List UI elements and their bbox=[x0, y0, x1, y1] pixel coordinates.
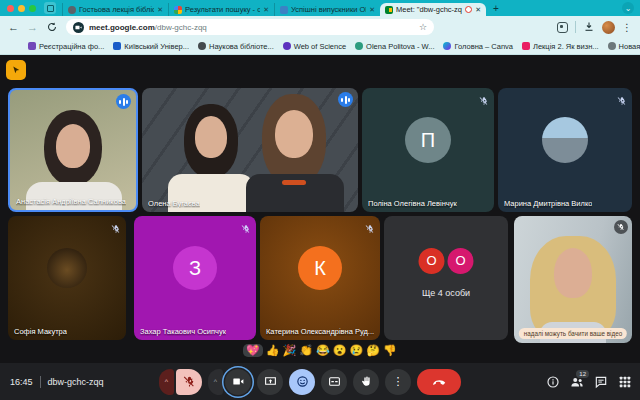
tab-strip: Гостьова лекція бібліотекар ✕ Результати… bbox=[0, 0, 640, 16]
video-tile-olena[interactable]: Олена Бугаєва bbox=[142, 88, 358, 212]
mic-button-muted[interactable] bbox=[176, 369, 202, 395]
present-button[interactable] bbox=[257, 369, 283, 395]
camera-button[interactable] bbox=[225, 369, 251, 395]
reactions-button[interactable] bbox=[289, 369, 315, 395]
avatar bbox=[47, 248, 87, 288]
reaction-laugh[interactable]: 😂 bbox=[316, 345, 330, 356]
bookmark-science-library[interactable]: Наукова бібліоте... bbox=[198, 42, 274, 51]
reaction-party[interactable]: 🎉 bbox=[282, 345, 296, 356]
back-button[interactable]: ← bbox=[8, 22, 19, 33]
reaction-thumbs-up[interactable]: 👍 bbox=[266, 345, 280, 356]
tab-title: Успішні випускники ОП "Інф bbox=[291, 5, 366, 14]
tab-meet-active[interactable]: Meet: "dbw-gchc-zqq" ✕ bbox=[380, 3, 486, 16]
video-tile-anastasiia[interactable]: Анастасія Андріївна Салникова bbox=[8, 88, 138, 212]
close-icon[interactable]: ✕ bbox=[369, 6, 375, 14]
browser-window: Гостьова лекція бібліотекар ✕ Результати… bbox=[0, 0, 640, 400]
tile-maryna[interactable]: Марина Дмитрівна Вилко bbox=[498, 88, 632, 212]
meet-control-bar: 16:45 dbw-gchc-zqq ^ ^ ⋮ 12 bbox=[0, 363, 640, 400]
tab-lecture[interactable]: Гостьова лекція бібліотекар ✕ bbox=[62, 3, 168, 16]
raise-hand-button[interactable] bbox=[353, 369, 379, 395]
meeting-info: 16:45 dbw-gchc-zqq bbox=[10, 363, 104, 400]
bookmark-star-icon[interactable]: ☆ bbox=[419, 22, 427, 32]
new-tab-button[interactable]: + bbox=[486, 3, 506, 16]
participants-button[interactable]: 12 bbox=[570, 375, 584, 389]
bookmark-lecture-2[interactable]: Лекція 2. Як визн... bbox=[522, 42, 599, 51]
camera-in-use-icon[interactable] bbox=[73, 22, 84, 33]
bookmark-label: Olena Politova - W... bbox=[366, 42, 434, 51]
chevron-down-icon[interactable]: ⌄ bbox=[622, 2, 634, 14]
captions-button[interactable] bbox=[321, 369, 347, 395]
reaction-clap[interactable]: 👏 bbox=[299, 345, 313, 356]
self-view-tile[interactable]: надалі можуть бачити ваше відео bbox=[514, 216, 632, 343]
reaction-heart[interactable]: 💖 bbox=[243, 344, 263, 357]
avatar-initial: О bbox=[419, 248, 445, 274]
close-window-button[interactable] bbox=[7, 5, 14, 12]
panel-buttons: 12 bbox=[546, 363, 632, 400]
forms-icon bbox=[28, 42, 36, 50]
bookmark-new-tab[interactable]: Новая вкладка bbox=[608, 42, 640, 51]
participant-name: Марина Дмитрівна Вилко bbox=[504, 199, 592, 208]
url-path: /dbw-gchc-zqq bbox=[155, 23, 207, 32]
browser-toolbar: ← → meet.google.com/dbw-gchc-zqq ☆ ⋮ bbox=[0, 16, 640, 38]
call-controls: ^ ^ ⋮ bbox=[159, 363, 461, 400]
tile-sofiia[interactable]: Софія Макутра bbox=[8, 216, 126, 340]
window-controls bbox=[0, 0, 42, 16]
forward-button[interactable]: → bbox=[27, 22, 38, 33]
tab-graduates[interactable]: Успішні випускники ОП "Інф ✕ bbox=[274, 3, 380, 16]
avatar-initial: П bbox=[405, 117, 451, 163]
profile-avatar[interactable] bbox=[602, 21, 615, 34]
participant-name: Олена Бугаєва bbox=[148, 199, 200, 208]
bookmark-kyiv-university[interactable]: Київський Універ... bbox=[113, 42, 189, 51]
mic-off-icon bbox=[365, 220, 375, 230]
bookmark-label: Наукова бібліоте... bbox=[209, 42, 274, 51]
canva-icon bbox=[443, 42, 451, 50]
tile-zakhar[interactable]: З Захар Такаович Осипчук bbox=[134, 216, 256, 340]
activities-button[interactable] bbox=[618, 375, 632, 389]
maximize-window-button[interactable] bbox=[29, 5, 36, 12]
participant-name: Анастасія Андріївна Салникова bbox=[16, 197, 126, 206]
apps-grid-icon[interactable] bbox=[8, 42, 10, 51]
chat-button[interactable] bbox=[594, 375, 608, 389]
bookmarks-bar: Реєстраційна фо... Київський Універ... Н… bbox=[0, 38, 640, 55]
reaction-thumbs-down[interactable]: 👎 bbox=[383, 345, 397, 356]
more-people-label: Ще 4 особи bbox=[384, 288, 508, 298]
reaction-surprised[interactable]: 😮 bbox=[333, 345, 347, 356]
tile-kateryna[interactable]: К Катерина Олександрівна Руд... bbox=[260, 216, 380, 340]
more-options-button[interactable]: ⋮ bbox=[385, 369, 411, 395]
meeting-code-label: dbw-gchc-zqq bbox=[48, 377, 104, 387]
tab-search-results[interactable]: Результати пошуку - o.polit ✕ bbox=[168, 3, 274, 16]
bookmark-canva[interactable]: Головна – Canva bbox=[443, 42, 513, 51]
tile-more-people[interactable]: О О Ще 4 особи bbox=[384, 216, 508, 340]
avatar-initial: О bbox=[448, 248, 474, 274]
close-icon[interactable]: ✕ bbox=[263, 6, 269, 14]
bookmark-label: Новая вкладка bbox=[619, 42, 640, 51]
google-favicon bbox=[174, 6, 182, 14]
avatar bbox=[542, 117, 588, 163]
tab-search-icon[interactable] bbox=[557, 22, 568, 33]
mic-options-chevron[interactable]: ^ bbox=[159, 369, 174, 395]
downloads-button[interactable] bbox=[583, 21, 595, 33]
bookmark-olena-politova[interactable]: Olena Politova - W... bbox=[355, 42, 434, 51]
address-bar[interactable]: meet.google.com/dbw-gchc-zqq ☆ bbox=[66, 19, 434, 35]
close-icon[interactable]: ✕ bbox=[475, 6, 481, 14]
slides-icon bbox=[522, 42, 530, 50]
end-call-button[interactable] bbox=[417, 369, 461, 395]
meet-favicon bbox=[385, 6, 393, 14]
browser-menu-button[interactable]: ⋮ bbox=[622, 22, 632, 33]
meet-main-area: Анастасія Андріївна Салникова Олена Буга… bbox=[0, 55, 640, 400]
bookmark-label: Web of Science bbox=[294, 42, 346, 51]
clock-label: 16:45 bbox=[10, 377, 33, 387]
bookmark-web-of-science[interactable]: Web of Science bbox=[283, 42, 346, 51]
profile-icon bbox=[355, 42, 363, 50]
camera-options-chevron[interactable]: ^ bbox=[208, 369, 223, 395]
meeting-details-button[interactable] bbox=[546, 375, 560, 389]
bookmark-registration-form[interactable]: Реєстраційна фо... bbox=[28, 42, 104, 51]
reaction-cry[interactable]: 😢 bbox=[349, 345, 363, 356]
reload-button[interactable] bbox=[46, 21, 58, 33]
extension-pointer-badge[interactable] bbox=[6, 60, 26, 80]
minimize-window-button[interactable] bbox=[18, 5, 25, 12]
tile-polina[interactable]: П Поліна Олегівна Левінчук bbox=[362, 88, 494, 212]
tab-overview-button[interactable] bbox=[44, 2, 56, 14]
close-icon[interactable]: ✕ bbox=[157, 6, 163, 14]
reaction-thinking[interactable]: 🤔 bbox=[366, 345, 380, 356]
